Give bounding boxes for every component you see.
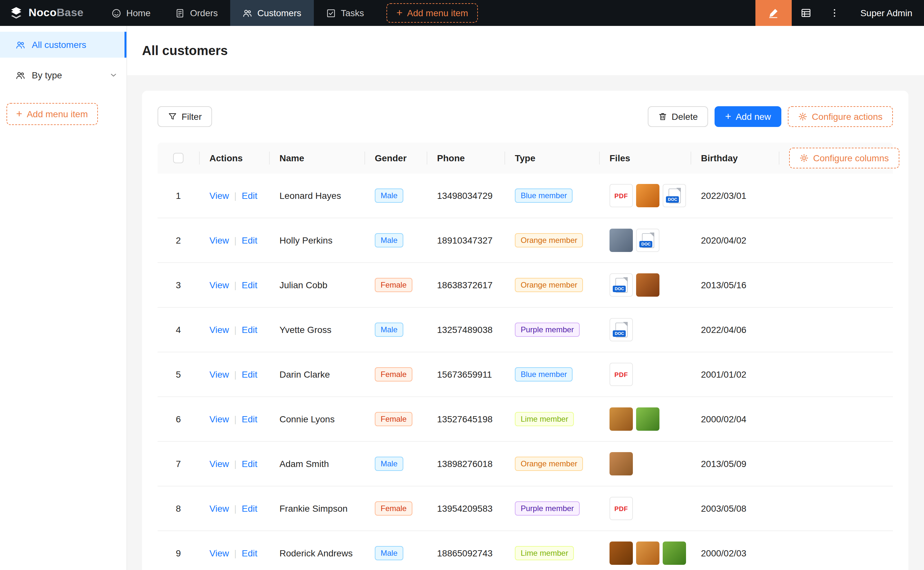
table-row: 4View|EditYvette GrossMale13257489038Pur… (158, 308, 893, 352)
cell-gender: Male (364, 188, 427, 203)
view-link[interactable]: View (209, 235, 229, 245)
column-header-configure: Configure columns (779, 142, 899, 173)
table-toolbar: Filter Delete + Add new Configure action… (158, 106, 893, 127)
image-file-thumbnail[interactable] (609, 408, 633, 431)
nav-item-home[interactable]: Home (99, 0, 163, 26)
ui-editor-button[interactable] (755, 0, 792, 26)
more-options-button[interactable] (820, 0, 849, 26)
team-icon (15, 70, 25, 80)
configure-columns-button[interactable]: Configure columns (789, 148, 899, 169)
gender-tag: Male (375, 323, 403, 337)
doc-badge: DOC (640, 241, 653, 247)
edit-link[interactable]: Edit (241, 458, 257, 469)
view-link[interactable]: View (209, 190, 229, 201)
member-type-tag: Orange member (515, 233, 583, 247)
image-file-thumbnail[interactable] (636, 184, 660, 207)
add-new-button[interactable]: + Add new (715, 106, 781, 127)
pdf-file-thumbnail[interactable]: PDF (609, 184, 633, 207)
image-file-thumbnail[interactable] (636, 408, 660, 431)
edit-link[interactable]: Edit (241, 369, 257, 380)
sidebar-item-by-type[interactable]: By type (0, 62, 126, 88)
cell-actions: View|Edit (199, 280, 269, 290)
cell-name: Frankie Simpson (269, 503, 364, 514)
doc-file-thumbnail[interactable]: DOC (663, 184, 686, 207)
nav-item-orders[interactable]: Orders (163, 0, 230, 26)
image-file-thumbnail[interactable] (636, 273, 660, 297)
pdf-file-thumbnail[interactable]: PDF (609, 497, 633, 520)
edit-link[interactable]: Edit (241, 190, 257, 201)
doc-badge: DOC (613, 285, 626, 292)
bill-icon (175, 8, 185, 18)
edit-link[interactable]: Edit (241, 235, 257, 245)
cell-actions: View|Edit (199, 190, 269, 201)
gender-tag: Female (375, 412, 412, 426)
nav-item-tasks[interactable]: Tasks (314, 0, 377, 26)
cell-type: Blue member (504, 367, 599, 382)
configure-actions-button[interactable]: Configure actions (788, 106, 893, 127)
cell-birthday: 2022/03/01 (690, 190, 779, 201)
sidebar-item-label: All customers (32, 40, 86, 50)
add-menu-item-button-top[interactable]: + Add menu item (387, 3, 478, 23)
image-file-thumbnail[interactable] (663, 541, 686, 565)
gender-tag: Male (375, 546, 403, 560)
cell-name: Holly Perkins (269, 235, 364, 245)
filter-button[interactable]: Filter (158, 106, 212, 127)
top-navbar: NocoBase HomeOrdersCustomersTasks + Add … (0, 0, 924, 26)
cell-phone: 18865092743 (427, 548, 504, 558)
cell-gender: Female (364, 367, 427, 382)
edit-link[interactable]: Edit (241, 280, 257, 290)
image-file-thumbnail[interactable] (636, 541, 660, 565)
cell-name: Julian Cobb (269, 280, 364, 290)
cell-gender: Male (364, 323, 427, 337)
cell-files: PDFDOC (599, 184, 690, 207)
view-link[interactable]: View (209, 369, 229, 380)
row-index: 5 (158, 369, 199, 380)
cell-gender: Male (364, 457, 427, 471)
add-menu-item-button-sidebar[interactable]: + Add menu item (6, 103, 98, 125)
doc-file-thumbnail[interactable]: DOC (609, 318, 633, 341)
edit-link[interactable]: Edit (241, 548, 257, 558)
cell-name: Connie Lyons (269, 414, 364, 424)
edit-link[interactable]: Edit (241, 414, 257, 424)
select-all-checkbox[interactable] (173, 153, 183, 163)
collections-button[interactable] (792, 0, 820, 26)
pdf-file-thumbnail[interactable]: PDF (609, 363, 633, 386)
view-link[interactable]: View (209, 325, 229, 335)
sidebar-item-all-customers[interactable]: All customers (0, 32, 126, 58)
action-divider: | (234, 414, 236, 424)
doc-file-thumbnail[interactable]: DOC (609, 273, 633, 297)
delete-button[interactable]: Delete (648, 106, 709, 127)
view-link[interactable]: View (209, 280, 229, 290)
configure-actions-label: Configure actions (812, 112, 882, 122)
cell-birthday: 2001/01/02 (690, 369, 779, 380)
add-new-label: Add new (736, 112, 771, 122)
cell-type: Purple member (504, 501, 599, 516)
image-file-thumbnail[interactable] (609, 229, 633, 252)
member-type-tag: Blue member (515, 188, 573, 203)
doc-badge: DOC (666, 196, 679, 203)
view-link[interactable]: View (209, 458, 229, 469)
plus-icon: + (725, 112, 731, 122)
app: NocoBase HomeOrdersCustomersTasks + Add … (0, 0, 924, 570)
member-type-tag: Purple member (515, 323, 580, 337)
edit-link[interactable]: Edit (241, 503, 257, 514)
sidebar: All customersBy type + Add menu item (0, 26, 127, 570)
user-menu[interactable]: Super Admin (849, 0, 924, 26)
doc-file-thumbnail[interactable]: DOC (636, 229, 660, 252)
view-link[interactable]: View (209, 548, 229, 558)
filter-label: Filter (181, 112, 201, 122)
nav-item-customers[interactable]: Customers (230, 0, 314, 26)
cell-files (599, 408, 690, 431)
view-link[interactable]: View (209, 503, 229, 514)
cell-birthday: 2022/04/06 (690, 325, 779, 335)
doc-badge: DOC (613, 330, 626, 337)
cell-type: Purple member (504, 323, 599, 337)
view-link[interactable]: View (209, 414, 229, 424)
cell-type: Orange member (504, 278, 599, 292)
action-divider: | (234, 369, 236, 380)
cell-phone: 18638372617 (427, 280, 504, 290)
image-file-thumbnail[interactable] (609, 541, 633, 565)
image-file-thumbnail[interactable] (609, 452, 633, 475)
table-row: 9View|EditRoderick AndrewsMale1886509274… (158, 531, 893, 570)
edit-link[interactable]: Edit (241, 325, 257, 335)
